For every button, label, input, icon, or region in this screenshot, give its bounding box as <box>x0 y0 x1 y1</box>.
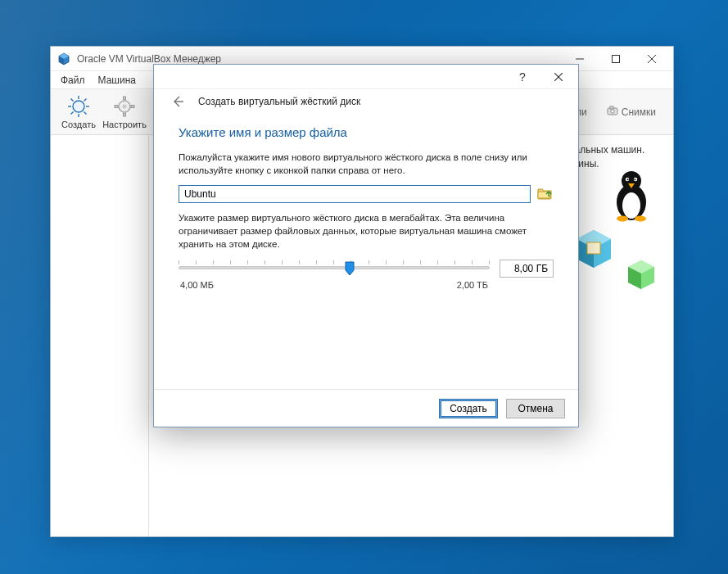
menu-machine[interactable]: Машина <box>92 73 142 88</box>
svg-point-26 <box>611 110 614 113</box>
svg-rect-18 <box>124 97 126 100</box>
window-title: Oracle VM VirtualBox Менеджер <box>77 53 221 65</box>
menu-file[interactable]: Файл <box>54 73 92 88</box>
svg-rect-4 <box>613 55 620 62</box>
vm-list-sidebar[interactable] <box>51 135 149 536</box>
svg-point-33 <box>627 179 629 180</box>
toolbar-create-button[interactable]: Создать <box>56 92 102 133</box>
tab-snapshots[interactable]: Снимки <box>599 102 663 122</box>
svg-line-14 <box>84 98 87 101</box>
dialog-body: Укажите имя и размер файла Пожалуйста ук… <box>154 119 578 293</box>
filename-input[interactable] <box>179 185 531 203</box>
svg-line-13 <box>84 111 87 114</box>
svg-point-36 <box>617 216 628 222</box>
svg-rect-21 <box>131 105 134 107</box>
svg-point-7 <box>73 101 84 112</box>
virtualbox-logo-icon <box>57 52 70 66</box>
camera-icon <box>607 105 618 119</box>
svg-rect-20 <box>115 105 118 107</box>
folder-icon <box>537 187 552 202</box>
window-close-button[interactable] <box>634 47 670 70</box>
create-vhd-dialog: ? Создать виртуальный жёсткий диск Укажи… <box>153 64 579 427</box>
dialog-footer: Создать Отмена <box>154 389 578 427</box>
gear-icon <box>113 95 136 118</box>
create-button[interactable]: Создать <box>439 399 498 418</box>
svg-point-37 <box>635 216 646 222</box>
tab-snapshots-label: Снимки <box>622 106 656 118</box>
svg-point-29 <box>622 192 640 219</box>
svg-rect-19 <box>124 113 126 116</box>
section-title: Укажите имя и размер файла <box>179 125 554 139</box>
dialog-titlebar: ? <box>154 65 578 89</box>
dialog-header-title: Создать виртуальный жёсткий диск <box>198 96 360 107</box>
desc-filename: Пожалуйста укажите имя нового виртуально… <box>179 151 554 177</box>
size-slider-row: 8,00 ГБ <box>179 259 554 278</box>
toolbar-configure-button[interactable]: Настроить <box>102 92 147 133</box>
svg-point-34 <box>634 179 635 180</box>
dialog-help-button[interactable]: ? <box>504 66 540 88</box>
back-button[interactable] <box>169 93 187 111</box>
size-value-box[interactable]: 8,00 ГБ <box>500 260 554 278</box>
window-maximize-button[interactable] <box>598 47 634 70</box>
slider-min-label: 4,00 МБ <box>180 280 214 290</box>
desc-size: Укажите размер виртуального жёсткого дис… <box>179 211 554 251</box>
penguin-icon <box>608 168 655 222</box>
toolbar-configure-label: Настроить <box>102 120 147 129</box>
toolbar-create-label: Создать <box>61 120 96 129</box>
size-slider[interactable] <box>179 259 490 278</box>
sun-gear-icon <box>67 95 90 118</box>
slider-max-label: 2,00 TБ <box>457 280 488 290</box>
dialog-close-button[interactable] <box>540 66 577 88</box>
filename-row <box>179 185 554 203</box>
dialog-header: Создать виртуальный жёсткий диск <box>154 89 578 119</box>
slider-ticks <box>179 260 490 265</box>
slider-range-labels: 4,00 МБ 2,00 TБ <box>179 280 490 290</box>
welcome-illustration <box>567 168 665 299</box>
svg-rect-27 <box>610 106 613 109</box>
svg-point-17 <box>123 104 127 108</box>
cancel-button[interactable]: Отмена <box>506 399 565 418</box>
browse-folder-button[interactable] <box>536 185 554 203</box>
welcome-line-1: туальных машин. <box>565 143 663 157</box>
slider-thumb[interactable] <box>345 261 355 276</box>
size-value-label: 8,00 ГБ <box>514 263 548 274</box>
cube-small-icon <box>624 258 658 292</box>
svg-line-15 <box>71 111 74 114</box>
svg-rect-41 <box>587 242 600 254</box>
svg-line-12 <box>71 98 74 101</box>
